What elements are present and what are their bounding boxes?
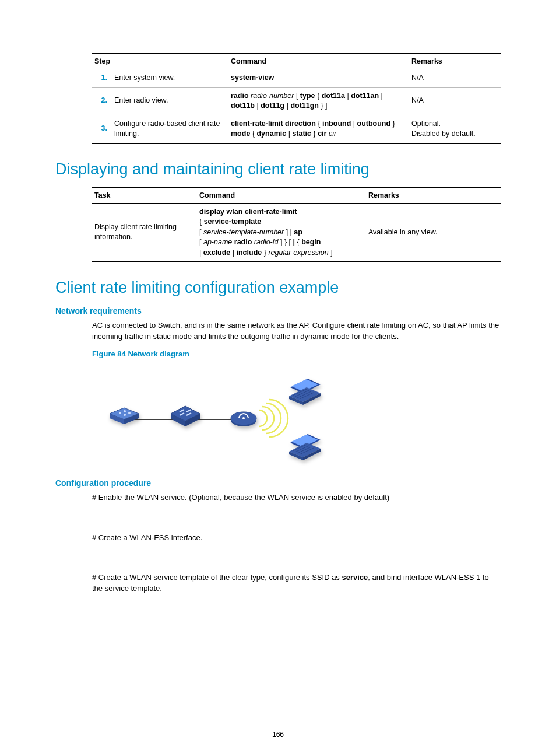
table-row: Display client rate limiting information…	[92, 203, 501, 262]
table-row: 2.Enter radio view.radio radio-number [ …	[92, 87, 501, 115]
command-cell: radio radio-number [ type { dot11a | dot…	[228, 87, 409, 115]
step-cell: Enter radio view.	[112, 87, 228, 115]
step-number: 1.	[92, 69, 112, 88]
wireless-icon	[259, 400, 288, 437]
col-remarks: Remarks	[366, 187, 501, 204]
task-cell: Display client rate limiting information…	[92, 203, 197, 262]
heading-network-reqs: Network requirements	[55, 306, 501, 316]
heading-config-proc: Configuration procedure	[55, 478, 501, 488]
heading-example: Client rate limiting configuration examp…	[55, 279, 501, 297]
table-row: 3.Configure radio-based client rate limi…	[92, 115, 501, 144]
svg-point-7	[128, 412, 131, 414]
tasks-table: Task Command Remarks Display client rate…	[92, 187, 501, 263]
remarks-cell: N/A	[409, 87, 501, 115]
heading-displaying: Displaying and maintaining client rate l…	[55, 160, 501, 178]
steps-table: Step Command Remarks 1.Enter system view…	[92, 52, 501, 144]
col-remarks: Remarks	[409, 53, 501, 69]
col-command: Command	[197, 187, 366, 204]
remarks-cell: N/A	[409, 69, 501, 88]
proc-step: # Enable the WLAN service. (Optional, be…	[92, 492, 501, 503]
proc-step: # Create a WLAN service template of the …	[92, 572, 501, 594]
svg-point-6	[124, 410, 126, 412]
col-command: Command	[228, 53, 409, 69]
remarks-cell: Available in any view.	[366, 203, 501, 262]
svg-point-15	[242, 417, 245, 419]
switch-icon	[171, 406, 200, 426]
laptop-icon	[289, 434, 321, 460]
table-row: 1.Enter system view.system-viewN/A	[92, 69, 501, 88]
command-cell: display wlan client-rate-limit{ service-…	[197, 203, 366, 262]
remarks-cell: Optional.Disabled by default.	[409, 115, 501, 144]
step-number: 3.	[92, 115, 112, 144]
step-cell: Configure radio-based client rate limiti…	[112, 115, 228, 144]
figure-label: Figure 84 Network diagram	[92, 349, 501, 358]
command-cell: client-rate-limit direction { inbound | …	[228, 115, 409, 144]
page-number: 166	[0, 730, 556, 738]
step-cell: Enter system view.	[112, 69, 228, 88]
col-task: Task	[92, 187, 197, 204]
command-cell: system-view	[228, 69, 409, 88]
proc-step: # Create a WLAN-ESS interface.	[92, 533, 501, 544]
col-step: Step	[92, 53, 228, 69]
ac-device-icon	[110, 408, 139, 424]
ap-icon	[231, 412, 256, 426]
svg-point-8	[124, 414, 126, 416]
svg-point-5	[119, 412, 121, 414]
laptop-icon	[289, 379, 321, 405]
network-diagram	[92, 364, 331, 469]
network-req-text: AC is connected to Switch, and is in the…	[92, 320, 501, 342]
step-number: 2.	[92, 87, 112, 115]
